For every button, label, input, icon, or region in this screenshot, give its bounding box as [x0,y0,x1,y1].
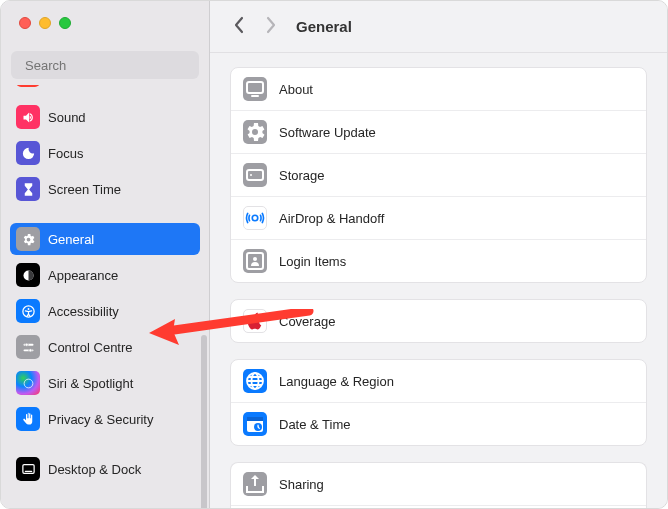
apple-logo-icon [244,310,266,332]
sidebar-item-desktop-dock[interactable]: Desktop & Dock [10,453,200,485]
sidebar-item-siri[interactable]: Siri & Spotlight [10,367,200,399]
zoom-window-button[interactable] [59,17,71,29]
window-controls [1,1,209,41]
sliders-icon [21,340,36,355]
group-1: About Software Update Storage AirDrop & … [230,67,647,283]
item-label: Screen Time [48,182,121,197]
close-window-button[interactable] [19,17,31,29]
item-label: General [48,232,94,247]
row-label: Login Items [279,254,346,269]
detail-scroll: About Software Update Storage AirDrop & … [210,53,667,508]
item-label: Siri & Spotlight [48,376,133,391]
sidebar-item-control-centre[interactable]: Control Centre [10,331,200,363]
svg-point-2 [27,308,29,310]
login-icon [243,249,267,273]
titlebar: General [210,1,667,53]
item-label: Sound [48,110,86,125]
detail-pane: General About Software Update Storage [210,1,667,508]
sidebar-item-partial: Notifications [10,85,200,97]
search-field[interactable] [11,51,199,79]
sidebar-item-privacy[interactable]: Privacy & Security [10,403,200,435]
airdrop-icon [244,207,266,229]
sharing-icon [243,472,267,496]
page-title: General [296,18,352,35]
hourglass-icon [21,182,36,197]
row-coverage[interactable]: Coverage [231,300,646,342]
item-label: Control Centre [48,340,133,355]
settings-window: Notifications Sound Focus Screen Time [0,0,668,509]
row-login-items[interactable]: Login Items [231,239,646,282]
row-software-update[interactable]: Software Update [231,110,646,153]
item-label: Focus [48,146,83,161]
appearance-icon [21,268,36,283]
item-label: Accessibility [48,304,119,319]
svg-rect-11 [251,95,259,97]
row-datetime[interactable]: Date & Time [231,402,646,445]
row-label: Coverage [279,314,335,329]
row-label: Sharing [279,477,324,492]
svg-point-16 [253,257,257,261]
moon-icon [21,146,36,161]
dock-icon [21,462,36,477]
item-label: Privacy & Security [48,412,153,427]
calendar-clock-icon [243,412,267,436]
hand-icon [21,412,36,427]
row-sharing[interactable]: Sharing [231,463,646,505]
svg-rect-12 [247,170,263,180]
sidebar-item-appearance[interactable]: Appearance [10,259,200,291]
row-label: Software Update [279,125,376,140]
svg-point-6 [28,348,31,351]
group-2: Coverage [230,299,647,343]
sidebar-item-notifications[interactable]: Notifications [10,85,200,91]
row-storage[interactable]: Storage [231,153,646,196]
row-timemachine[interactable]: Time Machine [231,505,646,508]
svg-point-14 [252,215,258,221]
disk-icon [243,163,267,187]
sidebar-scrollbar[interactable] [201,335,207,508]
minimize-window-button[interactable] [39,17,51,29]
svg-point-5 [25,343,28,346]
gear-icon [243,120,267,144]
sidebar-item-focus[interactable]: Focus [10,137,200,169]
sidebar-list: Notifications Sound Focus Screen Time [1,85,209,508]
globe-icon [243,369,267,393]
row-label: Storage [279,168,325,183]
row-label: Date & Time [279,417,351,432]
speaker-icon [21,110,36,125]
siri-icon [21,376,36,391]
sidebar-item-general[interactable]: General [10,223,200,255]
search-input[interactable] [25,58,193,73]
svg-rect-9 [24,470,32,471]
row-label: AirDrop & Handoff [279,211,384,226]
gear-icon [21,232,36,247]
svg-point-13 [250,174,252,176]
group-4: Sharing Time Machine [230,462,647,508]
row-label: About [279,82,313,97]
sidebar-item-sound[interactable]: Sound [10,101,200,133]
svg-rect-10 [247,82,263,93]
mac-icon [243,77,267,101]
svg-rect-20 [247,417,263,421]
nav-forward-button[interactable] [264,15,278,39]
sidebar: Notifications Sound Focus Screen Time [1,1,210,508]
row-airdrop[interactable]: AirDrop & Handoff [231,196,646,239]
row-about[interactable]: About [231,68,646,110]
sidebar-item-screentime[interactable]: Screen Time [10,173,200,205]
svg-point-7 [24,379,33,388]
accessibility-icon [21,304,36,319]
row-label: Language & Region [279,374,394,389]
nav-back-button[interactable] [232,15,246,39]
sidebar-item-accessibility[interactable]: Accessibility [10,295,200,327]
item-label: Desktop & Dock [48,462,141,477]
item-label: Appearance [48,268,118,283]
group-3: Language & Region Date & Time [230,359,647,446]
row-language[interactable]: Language & Region [231,360,646,402]
